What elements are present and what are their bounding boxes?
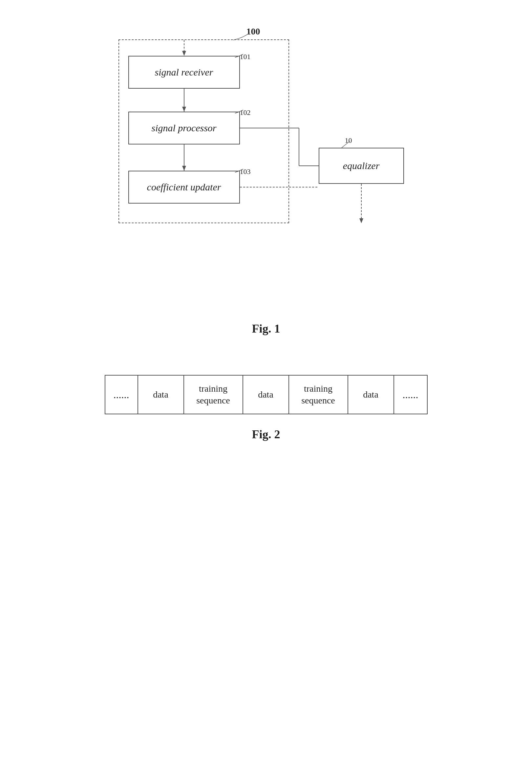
label-101: 101 [240, 53, 251, 61]
coefficient-updater-label: coefficient updater [147, 181, 221, 193]
equalizer-box: equalizer [319, 148, 404, 184]
signal-processor-label: signal processor [151, 122, 216, 134]
sequence-row: ...... data trainingsequence data traini… [105, 375, 428, 414]
label-10: 10 [345, 136, 352, 145]
page: 100 101 102 103 10 signal receiver signa… [0, 0, 532, 759]
svg-marker-11 [360, 218, 363, 223]
equalizer-label: equalizer [343, 160, 380, 171]
label-100: 100 [247, 26, 260, 37]
data-cell-3: data [348, 376, 394, 414]
dots-left: ...... [105, 376, 138, 414]
signal-receiver-box: signal receiver [128, 56, 240, 89]
signal-receiver-label: signal receiver [155, 67, 213, 78]
data-cell-1: data [138, 376, 184, 414]
dots-right: ...... [394, 376, 427, 414]
signal-processor-box: signal processor [128, 112, 240, 144]
coefficient-updater-box: coefficient updater [128, 171, 240, 204]
training-seq-2: trainingsequence [289, 376, 348, 414]
label-103: 103 [240, 167, 251, 176]
fig1-diagram: 100 101 102 103 10 signal receiver signa… [102, 20, 430, 315]
fig2-caption: Fig. 2 [252, 427, 280, 441]
label-102: 102 [240, 108, 251, 117]
data-cell-2: data [243, 376, 289, 414]
fig1-caption: Fig. 1 [252, 322, 280, 336]
fig2-diagram: ...... data trainingsequence data traini… [69, 375, 463, 441]
training-seq-1: trainingsequence [184, 376, 243, 414]
